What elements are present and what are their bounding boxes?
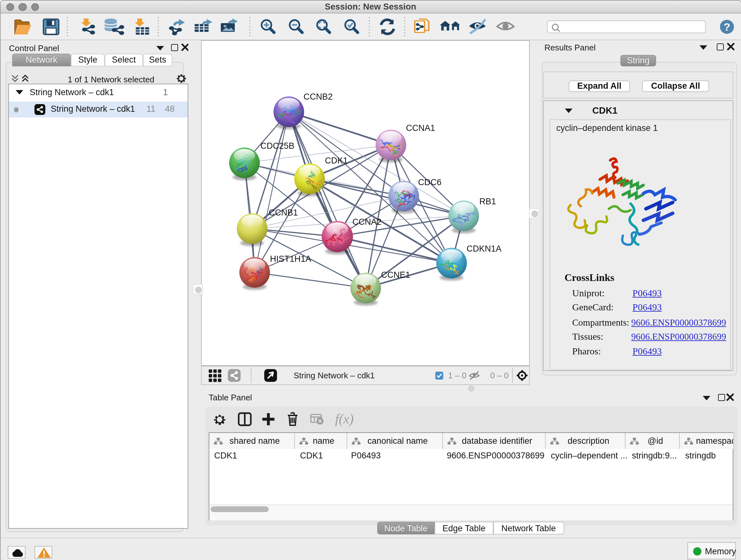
svg-text:RB1: RB1 bbox=[479, 197, 496, 206]
svg-text:CDC25B: CDC25B bbox=[260, 141, 294, 151]
svg-text:CCNE1: CCNE1 bbox=[381, 270, 410, 280]
svg-text:HIST1H1A: HIST1H1A bbox=[270, 254, 311, 264]
svg-text:CCNA1: CCNA1 bbox=[406, 123, 435, 133]
svg-text:String Network – cdk1: String Network – cdk1 bbox=[293, 371, 375, 380]
svg-text:0 – 0: 0 – 0 bbox=[490, 371, 509, 380]
svg-text:CDK1: CDK1 bbox=[325, 156, 348, 165]
svg-text:CDKN1A: CDKN1A bbox=[467, 244, 502, 253]
svg-text:1 – 0: 1 – 0 bbox=[448, 371, 467, 380]
svg-text:?: ? bbox=[724, 21, 731, 33]
svg-text:CCNB2: CCNB2 bbox=[304, 92, 333, 102]
svg-text:CDC6: CDC6 bbox=[418, 178, 442, 187]
svg-text:CCNB1: CCNB1 bbox=[269, 208, 298, 217]
svg-text:f(x): f(x) bbox=[335, 412, 354, 427]
svg-text:CCNA2: CCNA2 bbox=[352, 217, 382, 227]
